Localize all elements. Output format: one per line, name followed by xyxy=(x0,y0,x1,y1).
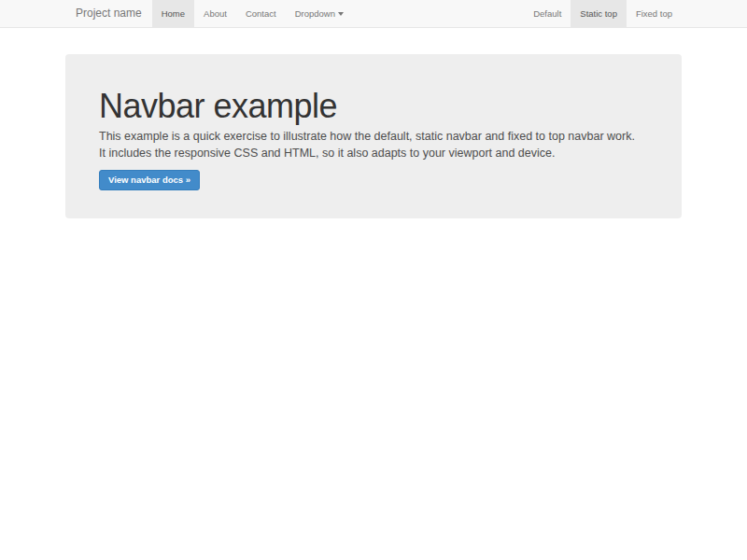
navbar-right-nav: Default Static top Fixed top xyxy=(524,0,682,27)
view-navbar-docs-button[interactable]: View navbar docs » xyxy=(99,170,200,190)
caret-down-icon xyxy=(338,12,344,16)
nav-item-about[interactable]: About xyxy=(194,0,236,27)
nav-item-dropdown-label: Dropdown xyxy=(295,8,335,19)
jumbotron: Navbar example This example is a quick e… xyxy=(65,54,682,218)
nav-item-home[interactable]: Home xyxy=(152,0,194,27)
navbar-container: Project name Home About Contact Dropdown… xyxy=(65,0,682,27)
page-title: Navbar example xyxy=(99,88,654,125)
nav-item-static-top[interactable]: Static top xyxy=(571,0,627,27)
page-content: Navbar example This example is a quick e… xyxy=(65,54,682,560)
nav-item-fixed-top[interactable]: Fixed top xyxy=(627,0,682,27)
nav-item-contact[interactable]: Contact xyxy=(236,0,286,27)
navbar-brand[interactable]: Project name xyxy=(65,0,152,27)
jumbotron-description: This example is a quick exercise to illu… xyxy=(99,128,636,161)
navbar-left-nav: Home About Contact Dropdown xyxy=(152,0,353,27)
navbar: Project name Home About Contact Dropdown… xyxy=(0,0,747,28)
nav-item-dropdown[interactable]: Dropdown xyxy=(286,0,353,27)
nav-item-default[interactable]: Default xyxy=(524,0,571,27)
